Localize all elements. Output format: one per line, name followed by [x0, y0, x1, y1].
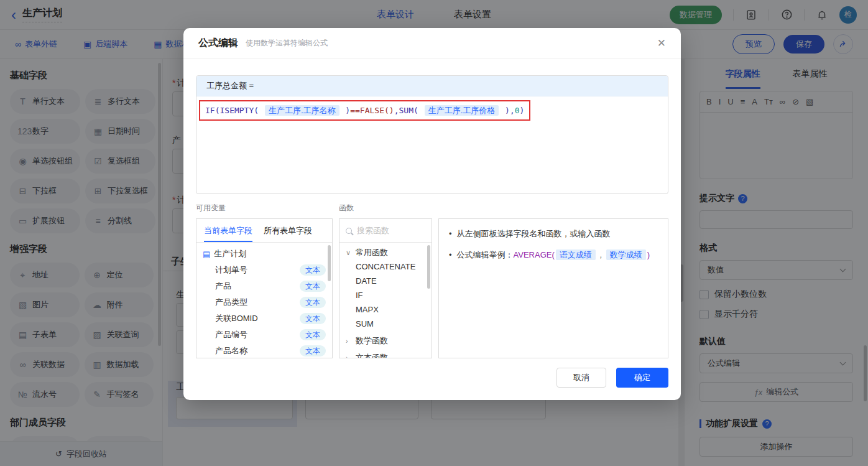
- formula-token: 生产工序.工序名称: [265, 105, 339, 116]
- formula-token: ,SUM(: [394, 106, 423, 115]
- variables-section-label: 可用变量: [196, 203, 339, 213]
- functions-scrollbar[interactable]: [427, 245, 430, 289]
- close-icon[interactable]: ✕: [657, 37, 666, 50]
- variable-field-name: 计划单号: [215, 264, 247, 276]
- formula-token: ==FALSE(): [350, 106, 394, 115]
- function-group-math[interactable]: › 数学函数: [339, 331, 432, 348]
- caret-right-icon: ›: [346, 354, 352, 358]
- function-item[interactable]: MAPX: [339, 302, 432, 317]
- document-icon: ▤: [203, 249, 210, 259]
- variable-field-row[interactable]: 产品类型 文本: [196, 294, 332, 310]
- dialog-title: 公式编辑: [198, 37, 238, 50]
- help-panel: • 从左侧面板选择字段名和函数，或输入函数 • 公式编辑举例：AVERAGE(语…: [438, 218, 668, 358]
- cancel-button[interactable]: 取消: [556, 368, 606, 388]
- function-item[interactable]: SUM: [339, 317, 432, 331]
- variable-field-row[interactable]: 关联BOMID 文本: [196, 310, 332, 327]
- function-group-common[interactable]: ∨ 常用函数: [339, 243, 432, 259]
- functions-section-label: 函数: [339, 203, 354, 213]
- field-type-badge: 文本: [300, 281, 326, 292]
- confirm-button[interactable]: 确定: [616, 368, 668, 388]
- form-tree-root[interactable]: ▤ 生产计划: [196, 243, 332, 262]
- function-search-input[interactable]: [357, 226, 419, 235]
- caret-right-icon: ›: [346, 337, 352, 345]
- formula-editor-dialog: 公式编辑 使用数学运算符编辑公式 ✕ 工序总金额 = IF(ISEMPTY( 生…: [183, 28, 681, 400]
- variable-field-row[interactable]: 产品名称 文本: [196, 343, 332, 358]
- variable-field-name: 产品编号: [215, 329, 247, 340]
- formula-token: 生产工序.工序价格: [425, 105, 499, 116]
- function-item[interactable]: CONCATENATE: [339, 259, 432, 274]
- formula-token: IF(ISEMPTY(: [205, 106, 264, 115]
- example-field-chip: 数学成绩: [606, 249, 646, 260]
- function-item[interactable]: DATE: [339, 274, 432, 288]
- formula-input-area[interactable]: IF(ISEMPTY( 生产工序.工序名称 )==FALSE(),SUM( 生产…: [196, 96, 668, 124]
- field-type-badge: 文本: [300, 297, 326, 308]
- caret-down-icon: ∨: [346, 249, 352, 257]
- formula-token: 0: [515, 106, 520, 115]
- variables-scrollbar[interactable]: [328, 245, 331, 281]
- variable-field-row[interactable]: 产品 文本: [196, 278, 332, 294]
- variable-field-row[interactable]: 计划单号 文本: [196, 262, 332, 278]
- formula-token: ),: [500, 106, 514, 115]
- help-bullet-1: 从左侧面板选择字段名和函数，或输入函数: [457, 228, 611, 240]
- variable-field-name: 产品类型: [215, 297, 247, 308]
- search-icon: [346, 228, 352, 234]
- tab-current-form-fields[interactable]: 当前表单字段: [204, 219, 252, 242]
- field-type-badge: 文本: [300, 345, 326, 356]
- formula-editor-box: 工序总金额 = IF(ISEMPTY( 生产工序.工序名称 )==FALSE()…: [196, 75, 668, 194]
- formula-token: ): [520, 106, 525, 115]
- functions-panel: ∨ 常用函数 CONCATENATE DATE IF MAPX SUM › 数学…: [339, 218, 432, 358]
- variables-panel: 当前表单字段 所有表单字段 ▤ 生产计划 计划单号 文本 产品 文本: [196, 218, 333, 358]
- example-field-chip: 语文成绩: [556, 249, 596, 260]
- function-group-text[interactable]: › 文本函数: [339, 348, 432, 358]
- variable-field-name: 产品名称: [215, 345, 247, 356]
- function-item[interactable]: IF: [339, 288, 432, 302]
- formula-target: 工序总金额 =: [196, 76, 668, 96]
- formula-token: ): [341, 106, 351, 115]
- variable-field-name: 产品: [215, 281, 231, 292]
- field-type-badge: 文本: [300, 313, 326, 324]
- formula-expression[interactable]: IF(ISEMPTY( 生产工序.工序名称 )==FALSE(),SUM( 生产…: [205, 106, 524, 115]
- formula-highlight-annotation: IF(ISEMPTY( 生产工序.工序名称 )==FALSE(),SUM( 生产…: [199, 100, 530, 121]
- variable-field-row[interactable]: 产品编号 文本: [196, 327, 332, 343]
- help-bullet-2: 公式编辑举例：AVERAGE(语文成绩，数学成绩): [457, 249, 650, 261]
- dialog-subtitle: 使用数学运算符编辑公式: [246, 38, 328, 49]
- variable-field-name: 关联BOMID: [215, 313, 258, 324]
- field-type-badge: 文本: [300, 329, 326, 340]
- field-type-badge: 文本: [300, 264, 326, 276]
- tab-all-form-fields[interactable]: 所有表单字段: [264, 219, 312, 242]
